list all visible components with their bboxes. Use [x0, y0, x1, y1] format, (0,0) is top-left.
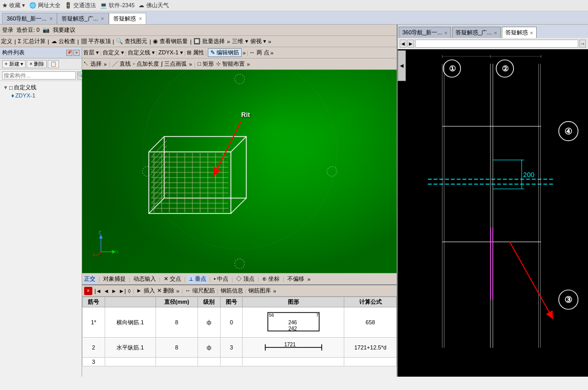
topbar-traffic[interactable]: 🚦 交通违法: [65, 2, 96, 9]
nav-left-btn[interactable]: ◄: [398, 50, 406, 81]
nav-next[interactable]: ►: [111, 288, 117, 294]
tree-child-zdyx1[interactable]: ♦ ZDYX-1: [10, 92, 80, 99]
tab-close-360[interactable]: ×: [50, 16, 53, 22]
sidebar-pin-btn[interactable]: 📌: [66, 50, 72, 56]
arc-tool[interactable]: ∫ 三点画弧: [161, 60, 187, 68]
right-tab-answer1[interactable]: 答疑解惑_广... ×: [452, 27, 501, 38]
delete-row-btn[interactable]: ✕ 删除: [157, 287, 174, 295]
cell-diameter-3[interactable]: [155, 358, 198, 366]
right-tab-360[interactable]: 360导航_新一... ×: [399, 27, 451, 38]
status-dynamic[interactable]: 动态输入: [132, 275, 157, 283]
toolbar-batch-select[interactable]: 🔲 批量选择: [193, 37, 225, 45]
toolbar-camera-icon[interactable]: 📷: [43, 27, 50, 33]
attrs-btn[interactable]: ⊞ 属性: [187, 49, 204, 56]
status-nooffset[interactable]: 不偏移: [286, 275, 305, 283]
table-close-btn[interactable]: ×: [84, 287, 92, 295]
tab-close-answer1[interactable]: ×: [101, 16, 104, 22]
right-tab-close-a1[interactable]: ×: [494, 30, 497, 36]
right-tab-answer2[interactable]: 答疑解惑 ×: [502, 27, 537, 38]
toolbar-more2[interactable]: »: [268, 38, 271, 45]
delete-btn[interactable]: × 删除: [27, 60, 47, 68]
cell-grade-3[interactable]: [198, 358, 220, 366]
toolbar-summary[interactable]: Σ 汇总计算: [18, 37, 46, 45]
tab-answer1[interactable]: 答疑解惑_广... ×: [57, 13, 108, 24]
cell-diameter-2[interactable]: 8: [155, 338, 198, 358]
status-zhengziao[interactable]: 正交: [83, 275, 96, 283]
copy-btn[interactable]: 📋: [48, 60, 59, 68]
right-back-btn[interactable]: ◄: [400, 40, 406, 48]
toolbar4-more1[interactable]: »: [104, 61, 107, 67]
right-go-btn[interactable]: →: [579, 40, 586, 48]
status-mid[interactable]: • 中点: [212, 275, 229, 283]
edit-rebar-btn[interactable]: ✎ 编辑钢筋: [208, 48, 242, 57]
tab-answer2[interactable]: 答疑解惑 ×: [109, 13, 147, 24]
nav-prev[interactable]: ◄: [104, 288, 109, 294]
rect-tool[interactable]: □ 矩形: [198, 60, 214, 68]
cell-diameter-1[interactable]: 8: [155, 307, 198, 338]
toolbar-find-elem[interactable]: 🔍 查找图元: [116, 37, 147, 45]
toolbar-view-rebar[interactable]: ◉ 查看钢筋量: [153, 37, 188, 45]
cell-shape-num-1[interactable]: 0: [220, 307, 243, 338]
new-btn[interactable]: + 新建 ▾: [2, 60, 26, 68]
scale-rebar-btn[interactable]: ↔ 缩尺配筋: [185, 287, 215, 295]
toolbar-view[interactable]: 俯视 ▾: [250, 37, 266, 45]
smart-layout-tool[interactable]: ⊹ 智能布置: [216, 60, 245, 68]
status-cross[interactable]: ✕ 交点: [163, 275, 182, 283]
zdyx-selector[interactable]: ZDYX-1 ▾: [159, 49, 183, 56]
right-tab-close-a2[interactable]: ×: [530, 30, 533, 36]
right-forward-btn[interactable]: ►: [407, 40, 414, 48]
right-tab-close-360[interactable]: ×: [444, 30, 447, 36]
toolbar3-more[interactable]: »: [243, 50, 246, 56]
search-input[interactable]: [2, 71, 76, 80]
tree-item-zdyx-line[interactable]: ▼ □ 自定义线: [2, 83, 80, 92]
toolbar4-more2[interactable]: »: [189, 61, 192, 67]
nav-last[interactable]: ►|: [119, 288, 126, 294]
tab-close-answer2[interactable]: ×: [139, 16, 142, 22]
status-coord[interactable]: ⊕ 坐标: [261, 275, 281, 283]
status-perp[interactable]: ⊥ 垂点: [188, 275, 207, 283]
sidebar-close-btn[interactable]: ×: [73, 50, 80, 56]
line-tool[interactable]: ╱ 直线: [112, 60, 131, 68]
nav-diamond[interactable]: ◊: [128, 288, 130, 294]
tab-360[interactable]: 360导航_新一... ×: [2, 13, 57, 24]
status-more[interactable]: »: [306, 276, 311, 282]
topbar-collect[interactable]: ★ 收藏 ▾: [2, 2, 25, 9]
table-more1[interactable]: »: [177, 288, 180, 294]
toolbar-flat-top[interactable]: ▦ 平齐板顶: [81, 37, 111, 45]
topbar-software[interactable]: 💻 软件-2345: [100, 2, 134, 9]
nav-first[interactable]: |◄: [94, 288, 102, 294]
rebar-info-btn[interactable]: 钢筋信息: [221, 287, 243, 295]
cell-name-1[interactable]: 横向钢筋.1: [105, 307, 155, 338]
toolbar-cloud-check[interactable]: ☁ 云检查: [51, 37, 75, 45]
toolbar-denglu[interactable]: 登录: [2, 26, 13, 34]
green-canvas[interactable]: Z Y X Rit: [82, 70, 397, 273]
topbar-wangzhi[interactable]: 🌐 网址大全: [29, 2, 61, 9]
rebar-library-btn[interactable]: 钢筋图库: [248, 287, 271, 295]
floor-type[interactable]: 自定义 ▾: [103, 49, 124, 56]
cell-grade-1[interactable]: ф: [198, 307, 220, 338]
cell-name-2[interactable]: 水平纵筋.1: [105, 338, 155, 358]
toolbar-3d[interactable]: 三维 ▾: [232, 37, 248, 45]
two-point-btn[interactable]: ↔ 两 点: [249, 49, 269, 56]
toolbar3-more2[interactable]: »: [270, 50, 273, 56]
line-type[interactable]: 自定义线 ▾: [128, 49, 155, 56]
cell-shape-num-2[interactable]: 3: [220, 338, 243, 358]
insert-row-btn[interactable]: ► 插入: [136, 287, 155, 295]
toolbar-suggest[interactable]: 我要建议: [53, 26, 75, 34]
cad-drawing-area[interactable]: 200 ① ② ④ ③: [398, 49, 588, 377]
cell-shape-num-3[interactable]: [220, 358, 243, 366]
status-capture[interactable]: 对象捕捉: [102, 275, 127, 283]
table-more2[interactable]: »: [273, 288, 276, 294]
toolbar4-more3[interactable]: »: [247, 61, 250, 67]
select-tool[interactable]: ↖ 选择: [83, 60, 102, 68]
status-top[interactable]: ◇ 顶点: [235, 275, 256, 283]
floor-selector[interactable]: 首层 ▾: [83, 49, 99, 56]
cell-name-3[interactable]: [105, 358, 155, 366]
point-length-tool[interactable]: ◦ 点加长度: [133, 60, 159, 68]
toolbar-more1[interactable]: »: [227, 38, 230, 45]
toolbar-define[interactable]: 定义: [1, 37, 12, 45]
topbar-weather[interactable]: ☁ 佛山天气: [139, 2, 168, 9]
cell-grade-2[interactable]: ф: [198, 338, 220, 358]
toolbar-zaojiadou[interactable]: 造价豆: 0: [16, 26, 40, 34]
right-address-input[interactable]: [415, 40, 578, 48]
